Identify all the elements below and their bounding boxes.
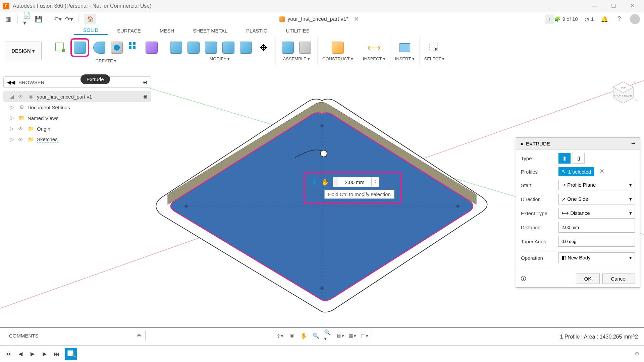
move-icon[interactable]: ✥ bbox=[256, 40, 271, 55]
fillet-icon[interactable] bbox=[186, 40, 201, 55]
insert-icon[interactable] bbox=[397, 40, 412, 55]
extent-dropdown[interactable]: ⟷ Distance▾ bbox=[558, 208, 635, 219]
close-button[interactable]: ✕ bbox=[626, 1, 639, 11]
maximize-button[interactable]: ☐ bbox=[607, 1, 620, 11]
orbit-icon[interactable]: ⊹▾ bbox=[276, 331, 284, 340]
extension-badge[interactable]: 🧩 9 of 10 bbox=[554, 16, 578, 22]
document-tab[interactable]: your_first_cnced_part v1* ✕ bbox=[96, 15, 542, 23]
chevron-down-icon[interactable]: ◢ bbox=[10, 94, 15, 100]
tree-item-named-views[interactable]: ▷ 📁 Named Views bbox=[3, 113, 151, 123]
construct-label[interactable]: CONSTRUCT ▾ bbox=[322, 56, 353, 61]
timeline-end-icon[interactable]: ⏭ bbox=[53, 350, 60, 358]
add-comment-icon[interactable]: ⊕ bbox=[137, 333, 141, 339]
timeline-play-icon[interactable]: ▶ bbox=[29, 350, 36, 358]
save-icon[interactable]: 💾 bbox=[35, 15, 43, 23]
collapse-icon[interactable]: ◀◀ bbox=[7, 79, 15, 85]
tab-plastic[interactable]: PLASTIC bbox=[237, 26, 277, 35]
form-icon[interactable] bbox=[144, 40, 159, 55]
create-label[interactable]: CREATE ▾ bbox=[96, 58, 116, 63]
viewport-icon[interactable]: ◫▾ bbox=[360, 331, 368, 340]
minimize-button[interactable]: — bbox=[588, 1, 601, 11]
sketch-icon[interactable] bbox=[53, 40, 68, 55]
select-label[interactable]: SELECT ▾ bbox=[424, 56, 445, 61]
visibility-off-icon[interactable]: 👁 bbox=[18, 126, 25, 132]
redo-icon[interactable]: ↷▾ bbox=[65, 15, 73, 23]
insert-label[interactable]: INSERT ▾ bbox=[395, 56, 415, 61]
direction-dropdown[interactable]: ↗ One Side▾ bbox=[558, 194, 635, 204]
expand-icon[interactable]: ⇥ bbox=[631, 140, 636, 146]
type-thin-button[interactable]: ▯ bbox=[573, 153, 585, 164]
shell-icon[interactable] bbox=[204, 40, 218, 55]
chevron-right-icon[interactable]: ▷ bbox=[10, 126, 15, 132]
add-tab-button[interactable]: + bbox=[545, 14, 554, 24]
tree-root[interactable]: ◢ 👁 ◉ your_first_cnced_part v1 ◉ bbox=[3, 91, 151, 102]
combine-icon[interactable] bbox=[221, 40, 236, 55]
grip-icon[interactable] bbox=[333, 177, 338, 187]
chevron-right-icon[interactable]: ▷ bbox=[10, 136, 15, 142]
avatar[interactable] bbox=[630, 14, 640, 24]
select-icon[interactable] bbox=[427, 40, 442, 55]
split-icon[interactable] bbox=[238, 40, 253, 55]
zoom-icon[interactable]: 🔍 bbox=[312, 331, 320, 340]
visibility-icon[interactable]: 👁 bbox=[18, 137, 25, 142]
chevron-right-icon[interactable]: ▷ bbox=[10, 104, 15, 110]
timeline-sketch-feature[interactable] bbox=[65, 348, 77, 360]
distance-input[interactable] bbox=[338, 177, 371, 187]
measure-icon[interactable]: ⟷ bbox=[367, 40, 381, 55]
tree-item-document-settings[interactable]: ▷ ⚙ Document Settings bbox=[3, 102, 151, 113]
as-built-joint-icon[interactable] bbox=[298, 40, 313, 55]
pan-icon[interactable]: ✋ bbox=[300, 331, 308, 340]
job-status-badge[interactable]: ◔ 1 bbox=[585, 16, 594, 22]
chevron-right-icon[interactable]: ▷ bbox=[10, 115, 15, 121]
extrude-icon[interactable] bbox=[72, 40, 87, 55]
cancel-button[interactable]: Cancel bbox=[602, 274, 635, 284]
workspace-switcher[interactable]: DESIGN ▾ bbox=[5, 42, 42, 60]
press-pull-icon[interactable] bbox=[169, 40, 183, 55]
timeline-forward-icon[interactable]: ▶ bbox=[41, 350, 48, 358]
operation-dropdown[interactable]: ◧ New Body▾ bbox=[558, 252, 635, 263]
view-cube[interactable]: TOP FRONT RIGHT z x bbox=[610, 79, 634, 103]
drag-arrow-icon[interactable]: ⬆ bbox=[311, 177, 318, 187]
tab-solid[interactable]: SOLID bbox=[74, 26, 108, 35]
help-icon[interactable]: ? bbox=[615, 15, 623, 23]
home-tab-button[interactable]: 🏠 bbox=[84, 14, 96, 24]
type-solid-button[interactable]: ▮ bbox=[558, 153, 571, 164]
taper-field[interactable] bbox=[558, 236, 635, 247]
tab-utilities[interactable]: UTILITIES bbox=[277, 26, 319, 35]
clear-selection-icon[interactable]: ✕ bbox=[599, 168, 604, 175]
timeline-start-icon[interactable]: ⏮ bbox=[5, 350, 12, 358]
look-at-icon[interactable]: ▣ bbox=[288, 331, 296, 340]
tree-item-sketches[interactable]: ▷ 👁 📁 Sketches bbox=[3, 134, 151, 145]
pattern-icon[interactable] bbox=[127, 40, 142, 55]
timeline-settings-icon[interactable]: ⚙ bbox=[635, 351, 639, 357]
undo-icon[interactable]: ↶▾ bbox=[54, 15, 62, 23]
profiles-selection-chip[interactable]: ↖ 1 selected bbox=[558, 167, 594, 176]
joint-icon[interactable] bbox=[280, 40, 295, 55]
notification-icon[interactable]: 🔔 bbox=[600, 15, 608, 23]
tree-item-origin[interactable]: ▷ 👁 📁 Origin bbox=[3, 123, 151, 134]
display-settings-icon[interactable]: 🖥▾ bbox=[336, 331, 344, 340]
comments-bar[interactable]: COMMENTS ⊕ bbox=[5, 330, 146, 341]
info-icon[interactable]: ⓘ bbox=[521, 276, 526, 282]
distance-field[interactable] bbox=[558, 222, 635, 233]
radio-icon[interactable]: ◉ bbox=[143, 94, 148, 100]
timeline-back-icon[interactable]: ◀ bbox=[17, 350, 24, 358]
data-panel-icon[interactable]: ▦ bbox=[4, 15, 12, 23]
tab-surface[interactable]: SURFACE bbox=[108, 26, 150, 35]
ok-button[interactable]: OK bbox=[576, 274, 600, 284]
revolve-icon[interactable] bbox=[92, 40, 107, 55]
inspect-label[interactable]: INSPECT ▾ bbox=[363, 56, 385, 61]
grid-settings-icon[interactable]: ▦▾ bbox=[348, 331, 356, 340]
assemble-label[interactable]: ASSEMBLE ▾ bbox=[283, 56, 310, 61]
browser-minimize-icon[interactable]: ⊖ bbox=[143, 79, 147, 85]
construct-plane-icon[interactable] bbox=[330, 40, 345, 55]
modify-label[interactable]: MODIFY ▾ bbox=[210, 56, 230, 61]
fit-icon[interactable]: 🔍▾ bbox=[324, 331, 332, 340]
close-tab-icon[interactable]: ✕ bbox=[354, 15, 359, 23]
input-menu-icon[interactable]: ⋮ bbox=[371, 177, 379, 187]
visibility-icon[interactable]: 👁 bbox=[18, 94, 25, 100]
hole-icon[interactable] bbox=[109, 40, 124, 55]
tab-mesh[interactable]: MESH bbox=[150, 26, 183, 35]
file-menu-icon[interactable]: 📄▾ bbox=[23, 15, 31, 23]
start-dropdown[interactable]: ↦ Profile Plane▾ bbox=[558, 180, 635, 190]
